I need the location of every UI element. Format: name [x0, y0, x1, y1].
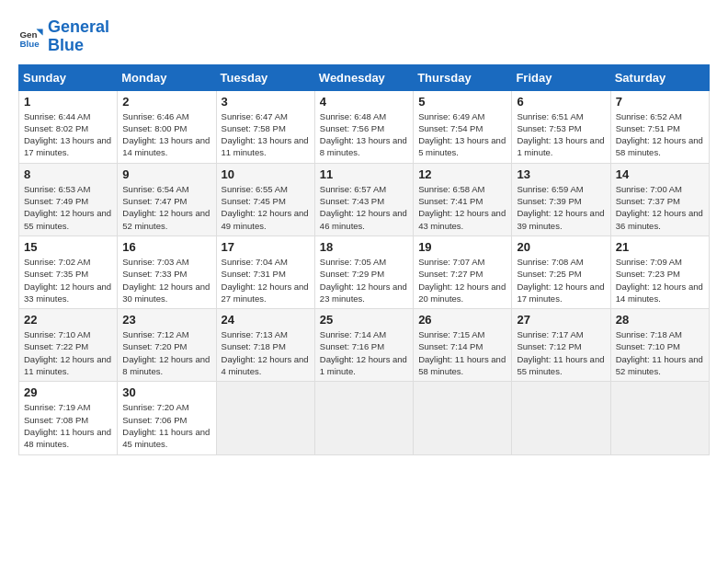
day-number: 26 [418, 313, 506, 327]
day-number: 16 [122, 240, 210, 254]
day-info: Sunrise: 7:19 AM Sunset: 7:08 PM Dayligh… [24, 401, 112, 450]
day-info: Sunrise: 7:12 AM Sunset: 7:20 PM Dayligh… [122, 328, 210, 377]
calendar-day-cell [414, 382, 512, 454]
calendar-day-cell: 16 Sunrise: 7:03 AM Sunset: 7:33 PM Dayl… [118, 236, 216, 308]
calendar-day-cell: 1 Sunrise: 6:44 AM Sunset: 8:02 PM Dayli… [19, 90, 118, 163]
day-info: Sunrise: 7:02 AM Sunset: 7:35 PM Dayligh… [24, 256, 112, 304]
day-number: 21 [616, 240, 704, 254]
calendar-day-cell: 12 Sunrise: 6:58 AM Sunset: 7:41 PM Dayl… [414, 163, 512, 236]
calendar-week-row: 22 Sunrise: 7:10 AM Sunset: 7:22 PM Dayl… [19, 309, 710, 382]
day-info: Sunrise: 6:55 AM Sunset: 7:45 PM Dayligh… [222, 183, 310, 232]
page-header: Gen Blue General Blue [18, 18, 710, 55]
calendar-day-cell [512, 382, 610, 454]
day-info: Sunrise: 7:03 AM Sunset: 7:33 PM Dayligh… [122, 256, 210, 304]
day-number: 30 [122, 385, 210, 399]
calendar-day-cell: 28 Sunrise: 7:18 AM Sunset: 7:10 PM Dayl… [610, 309, 709, 382]
day-info: Sunrise: 6:48 AM Sunset: 7:56 PM Dayligh… [320, 110, 408, 159]
calendar-day-cell: 9 Sunrise: 6:54 AM Sunset: 7:47 PM Dayli… [118, 163, 216, 236]
day-info: Sunrise: 7:15 AM Sunset: 7:14 PM Dayligh… [418, 328, 506, 377]
day-number: 22 [24, 313, 112, 327]
calendar-day-cell: 25 Sunrise: 7:14 AM Sunset: 7:16 PM Dayl… [314, 309, 413, 382]
calendar-week-row: 29 Sunrise: 7:19 AM Sunset: 7:08 PM Dayl… [19, 382, 710, 454]
day-info: Sunrise: 6:59 AM Sunset: 7:39 PM Dayligh… [517, 183, 605, 232]
calendar-day-cell: 2 Sunrise: 6:46 AM Sunset: 8:00 PM Dayli… [118, 90, 216, 163]
day-number: 27 [517, 313, 605, 327]
day-info: Sunrise: 7:13 AM Sunset: 7:18 PM Dayligh… [222, 328, 310, 377]
day-number: 7 [616, 95, 704, 109]
day-number: 13 [517, 167, 605, 181]
day-number: 15 [24, 240, 112, 254]
day-info: Sunrise: 6:44 AM Sunset: 8:02 PM Dayligh… [24, 110, 112, 159]
calendar-day-cell: 17 Sunrise: 7:04 AM Sunset: 7:31 PM Dayl… [216, 236, 314, 308]
weekday-header-row: Sunday Monday Tuesday Wednesday Thursday… [19, 64, 710, 90]
logo-text2: Blue [48, 37, 109, 55]
day-info: Sunrise: 7:00 AM Sunset: 7:37 PM Dayligh… [616, 183, 704, 232]
calendar-day-cell: 27 Sunrise: 7:17 AM Sunset: 7:12 PM Dayl… [512, 309, 610, 382]
col-saturday: Saturday [610, 64, 709, 90]
calendar-week-row: 1 Sunrise: 6:44 AM Sunset: 8:02 PM Dayli… [19, 90, 710, 163]
day-info: Sunrise: 6:58 AM Sunset: 7:41 PM Dayligh… [418, 183, 506, 232]
calendar-day-cell [216, 382, 314, 454]
calendar-day-cell [314, 382, 413, 454]
day-number: 17 [222, 240, 310, 254]
col-thursday: Thursday [414, 64, 512, 90]
calendar-day-cell: 10 Sunrise: 6:55 AM Sunset: 7:45 PM Dayl… [216, 163, 314, 236]
day-number: 6 [517, 95, 605, 109]
calendar-day-cell: 26 Sunrise: 7:15 AM Sunset: 7:14 PM Dayl… [414, 309, 512, 382]
day-number: 1 [24, 95, 112, 109]
day-info: Sunrise: 6:47 AM Sunset: 7:58 PM Dayligh… [222, 110, 310, 159]
calendar-day-cell: 3 Sunrise: 6:47 AM Sunset: 7:58 PM Dayli… [216, 90, 314, 163]
day-info: Sunrise: 6:51 AM Sunset: 7:53 PM Dayligh… [517, 110, 605, 159]
day-info: Sunrise: 6:52 AM Sunset: 7:51 PM Dayligh… [616, 110, 704, 159]
calendar-day-cell: 29 Sunrise: 7:19 AM Sunset: 7:08 PM Dayl… [19, 382, 118, 454]
svg-text:Blue: Blue [19, 39, 40, 49]
calendar-table: Sunday Monday Tuesday Wednesday Thursday… [18, 64, 710, 455]
day-info: Sunrise: 6:46 AM Sunset: 8:00 PM Dayligh… [122, 110, 210, 159]
day-info: Sunrise: 6:54 AM Sunset: 7:47 PM Dayligh… [122, 183, 210, 232]
day-number: 12 [418, 167, 506, 181]
calendar-day-cell: 19 Sunrise: 7:07 AM Sunset: 7:27 PM Dayl… [414, 236, 512, 308]
day-number: 29 [24, 385, 112, 399]
day-number: 9 [122, 167, 210, 181]
calendar-day-cell: 20 Sunrise: 7:08 AM Sunset: 7:25 PM Dayl… [512, 236, 610, 308]
day-info: Sunrise: 6:57 AM Sunset: 7:43 PM Dayligh… [320, 183, 408, 232]
logo: Gen Blue General Blue [18, 18, 109, 55]
calendar-body: 1 Sunrise: 6:44 AM Sunset: 8:02 PM Dayli… [19, 90, 710, 454]
calendar-day-cell: 11 Sunrise: 6:57 AM Sunset: 7:43 PM Dayl… [314, 163, 413, 236]
day-info: Sunrise: 7:10 AM Sunset: 7:22 PM Dayligh… [24, 328, 112, 377]
day-number: 28 [616, 313, 704, 327]
calendar-day-cell: 15 Sunrise: 7:02 AM Sunset: 7:35 PM Dayl… [19, 236, 118, 308]
col-sunday: Sunday [19, 64, 118, 90]
calendar-day-cell: 30 Sunrise: 7:20 AM Sunset: 7:06 PM Dayl… [118, 382, 216, 454]
day-number: 20 [517, 240, 605, 254]
day-info: Sunrise: 7:04 AM Sunset: 7:31 PM Dayligh… [222, 256, 310, 304]
day-number: 19 [418, 240, 506, 254]
calendar-day-cell: 23 Sunrise: 7:12 AM Sunset: 7:20 PM Dayl… [118, 309, 216, 382]
col-friday: Friday [512, 64, 610, 90]
day-info: Sunrise: 7:08 AM Sunset: 7:25 PM Dayligh… [517, 256, 605, 304]
day-number: 10 [222, 167, 310, 181]
day-number: 25 [320, 313, 408, 327]
day-number: 18 [320, 240, 408, 254]
calendar-day-cell: 8 Sunrise: 6:53 AM Sunset: 7:49 PM Dayli… [19, 163, 118, 236]
day-info: Sunrise: 6:53 AM Sunset: 7:49 PM Dayligh… [24, 183, 112, 232]
day-info: Sunrise: 7:09 AM Sunset: 7:23 PM Dayligh… [616, 256, 704, 304]
calendar-day-cell: 21 Sunrise: 7:09 AM Sunset: 7:23 PM Dayl… [610, 236, 709, 308]
day-info: Sunrise: 7:05 AM Sunset: 7:29 PM Dayligh… [320, 256, 408, 304]
logo-icon: Gen Blue [18, 24, 44, 50]
calendar-day-cell: 5 Sunrise: 6:49 AM Sunset: 7:54 PM Dayli… [414, 90, 512, 163]
calendar-day-cell: 24 Sunrise: 7:13 AM Sunset: 7:18 PM Dayl… [216, 309, 314, 382]
day-number: 3 [222, 95, 310, 109]
day-number: 5 [418, 95, 506, 109]
calendar-day-cell: 7 Sunrise: 6:52 AM Sunset: 7:51 PM Dayli… [610, 90, 709, 163]
calendar-week-row: 15 Sunrise: 7:02 AM Sunset: 7:35 PM Dayl… [19, 236, 710, 308]
calendar-week-row: 8 Sunrise: 6:53 AM Sunset: 7:49 PM Dayli… [19, 163, 710, 236]
calendar-day-cell: 13 Sunrise: 6:59 AM Sunset: 7:39 PM Dayl… [512, 163, 610, 236]
calendar-day-cell: 18 Sunrise: 7:05 AM Sunset: 7:29 PM Dayl… [314, 236, 413, 308]
col-monday: Monday [118, 64, 216, 90]
col-tuesday: Tuesday [216, 64, 314, 90]
calendar-day-cell: 4 Sunrise: 6:48 AM Sunset: 7:56 PM Dayli… [314, 90, 413, 163]
day-number: 11 [320, 167, 408, 181]
calendar-day-cell: 14 Sunrise: 7:00 AM Sunset: 7:37 PM Dayl… [610, 163, 709, 236]
day-number: 4 [320, 95, 408, 109]
